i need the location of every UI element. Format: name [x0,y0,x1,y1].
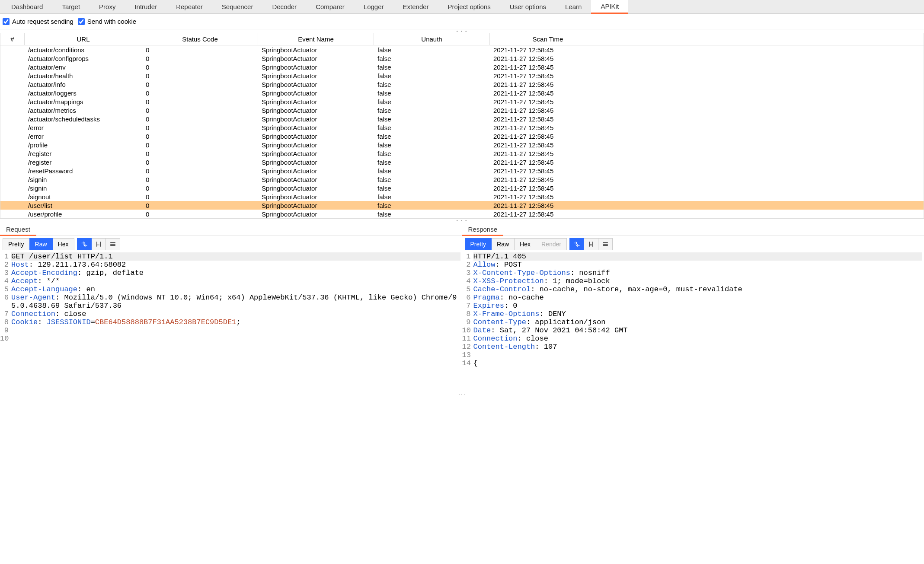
send-cookie-input[interactable] [78,18,85,25]
request-tab[interactable]: Request [0,224,36,236]
line-text[interactable]: Cookie: JSESSIONID=CBE64D58888B7F31AA523… [11,318,460,326]
line-text[interactable]: Accept: */* [11,277,460,285]
editor-line: 9 [0,326,460,335]
table-row[interactable]: /register0SpringbootActuatorfalse2021-11… [0,149,924,158]
line-text[interactable]: Date: Sat, 27 Nov 2021 04:58:42 GMT [473,326,923,335]
col-header-num[interactable]: # [0,33,25,45]
auto-request-checkbox[interactable]: Auto request sending [3,18,74,25]
tab-dashboard[interactable]: Dashboard [2,0,52,14]
line-text[interactable]: Allow: POST [473,261,923,269]
table-row[interactable]: /actuator/loggers0SpringbootActuatorfals… [0,89,924,97]
line-text[interactable]: { [473,359,923,367]
response-editor[interactable]: 1HTTP/1.1 4052Allow: POST3X-Content-Type… [462,252,924,564]
view-pretty-button[interactable]: Pretty [3,238,30,250]
line-text[interactable] [11,335,460,343]
table-row[interactable]: /user/profile0SpringbootActuatorfalse202… [0,210,924,218]
split-handle-mid[interactable]: • • • [0,219,924,222]
cell [0,92,25,93]
table-row[interactable]: /actuator/configprops0SpringbootActuator… [0,54,924,63]
line-text[interactable]: Connection: close [473,335,923,343]
line-text[interactable]: X-Frame-Options: DENY [473,310,923,318]
table-row[interactable]: /actuator/health0SpringbootActuatorfalse… [0,71,924,80]
tab-decoder[interactable]: Decoder [262,0,306,14]
tab-sequencer[interactable]: Sequencer [212,0,263,14]
table-row[interactable]: /error0SpringbootActuatorfalse2021-11-27… [0,132,924,140]
table-row[interactable]: /register0SpringbootActuatorfalse2021-11… [0,158,924,166]
cell: SpringbootActuator [258,63,374,71]
table-row[interactable]: /actuator/env0SpringbootActuatorfalse202… [0,63,924,71]
view-hex-button[interactable]: Hex [52,238,74,250]
col-header-status[interactable]: Status Code [142,33,258,45]
request-editor[interactable]: 1GET /user/list HTTP/1.12Host: 129.211.1… [0,252,462,564]
table-row[interactable]: /profile0SpringbootActuatorfalse2021-11-… [0,140,924,149]
table-row[interactable]: /actuator/scheduledtasks0SpringbootActua… [0,115,924,123]
table-row[interactable]: /user/list0SpringbootActuatorfalse2021-1… [0,201,924,210]
send-cookie-checkbox[interactable]: Send with cookie [78,18,136,25]
line-text[interactable]: User-Agent: Mozilla/5.0 (Windows NT 10.0… [11,293,460,310]
col-header-unauth[interactable]: Unauth [374,33,490,45]
tab-logger[interactable]: Logger [354,0,393,14]
line-text[interactable]: Content-Type: application/json [473,318,923,326]
tab-user-options[interactable]: User options [500,0,556,14]
line-text[interactable]: GET /user/list HTTP/1.1 [11,252,460,261]
auto-request-input[interactable] [3,18,10,25]
line-text[interactable]: Expires: 0 [473,302,923,310]
tab-proxy[interactable]: Proxy [90,0,125,14]
line-number: 6 [0,293,11,310]
response-tab[interactable]: Response [462,224,504,236]
view-hex-button[interactable]: Hex [514,238,536,250]
line-text[interactable]: Connection: close [11,310,460,318]
line-text[interactable]: Pragma: no-cache [473,293,923,302]
line-text[interactable]: Accept-Language: en [11,285,460,293]
line-number: 11 [462,335,473,343]
line-text[interactable]: Cache-Control: no-cache, no-store, max-a… [473,285,923,293]
table-row[interactable]: /error0SpringbootActuatorfalse2021-11-27… [0,123,924,132]
tab-project-options[interactable]: Project options [438,0,500,14]
view-raw-button[interactable]: Raw [29,238,53,250]
line-text[interactable] [11,326,460,335]
table-row[interactable]: /signin0SpringbootActuatorfalse2021-11-2… [0,184,924,192]
tab-target[interactable]: Target [52,0,90,14]
line-text[interactable]: X-Content-Type-Options: nosniff [473,269,923,277]
col-header-time[interactable]: Scan Time [490,33,606,45]
request-toolbar: PrettyRawHexn [0,236,462,252]
tab-apikit[interactable]: APIKit [591,0,628,14]
cell: SpringbootActuator [258,98,374,106]
cell: 0 [142,115,258,123]
tab-comparer[interactable]: Comparer [306,0,354,14]
flow-icon[interactable] [569,238,584,250]
line-text[interactable]: Content-Length: 107 [473,343,923,351]
tab-repeater[interactable]: Repeater [166,0,212,14]
line-text[interactable]: Host: 129.211.173.64:58082 [11,261,460,269]
col-header-url[interactable]: URL [25,33,142,45]
newline-icon[interactable]: n [91,238,106,250]
options-bar: Auto request sending Send with cookie [0,14,924,29]
split-handle-top[interactable]: • • • [0,29,924,33]
line-text[interactable]: X-XSS-Protection: 1; mode=block [473,277,923,285]
table-row[interactable]: /actuator/info0SpringbootActuatorfalse20… [0,80,924,89]
line-text[interactable]: Accept-Encoding: gzip, deflate [11,269,460,277]
split-handle-vertical[interactable]: ⋮ [457,390,467,396]
cell: 2021-11-27 12:58:45 [490,141,606,149]
table-row[interactable]: /actuator/mappings0SpringbootActuatorfal… [0,97,924,106]
lines-icon[interactable] [106,238,120,250]
table-row[interactable]: /signin0SpringbootActuatorfalse2021-11-2… [0,175,924,184]
table-row[interactable]: /signout0SpringbootActuatorfalse2021-11-… [0,192,924,201]
table-row[interactable]: /actuator/conditions0SpringbootActuatorf… [0,45,924,54]
table-row[interactable]: /resetPassword0SpringbootActuatorfalse20… [0,166,924,175]
line-text[interactable] [473,351,923,359]
view-raw-button[interactable]: Raw [491,238,515,250]
table-row[interactable]: /actuator/metrics0SpringbootActuatorfals… [0,106,924,115]
line-number: 1 [0,252,11,261]
tab-learn[interactable]: Learn [556,0,591,14]
flow-icon[interactable] [77,238,92,250]
newline-icon[interactable]: n [584,238,598,250]
line-number: 10 [462,326,473,335]
view-pretty-button[interactable]: Pretty [465,238,492,250]
line-number: 2 [0,261,11,269]
tab-intruder[interactable]: Intruder [125,0,166,14]
line-text[interactable]: HTTP/1.1 405 [473,252,923,261]
lines-icon[interactable] [598,238,613,250]
col-header-event[interactable]: Event Name [258,33,374,45]
tab-extender[interactable]: Extender [393,0,438,14]
